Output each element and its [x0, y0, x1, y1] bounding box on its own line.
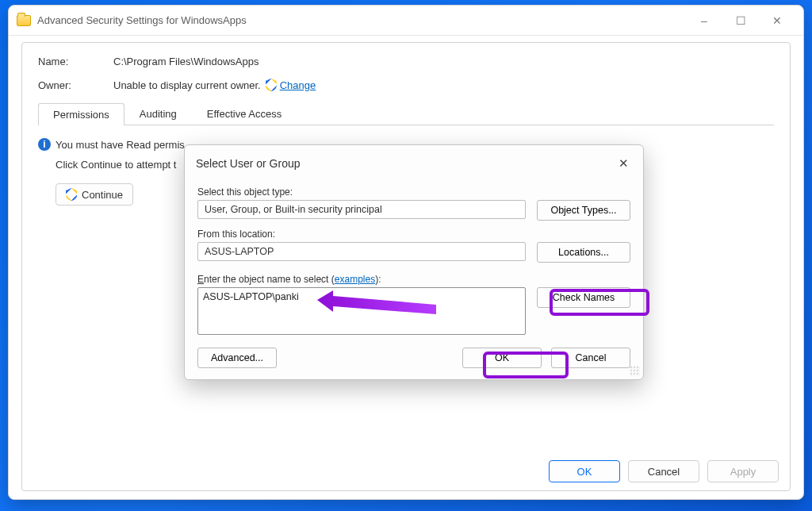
enter-object-label: Enter the object name to select (example…	[197, 274, 630, 285]
dialog-button-bar: Advanced... OK Cancel	[197, 348, 630, 368]
shield-icon	[266, 79, 277, 91]
continue-button-label: Continue	[82, 189, 123, 201]
resize-grip-icon[interactable]	[629, 365, 640, 376]
name-row: Name: C:\Program Files\WindowsApps	[38, 56, 774, 67]
tabs: Permissions Auditing Effective Access	[38, 102, 774, 125]
owner-value: Unable to display current owner.	[113, 79, 261, 91]
object-name-input[interactable]	[197, 287, 526, 335]
examples-link[interactable]: examples	[335, 274, 375, 285]
minimize-button[interactable]: –	[686, 9, 722, 33]
info-icon: i	[38, 138, 51, 151]
location-field[interactable]: ASUS-LAPTOP	[197, 242, 526, 261]
window-cancel-button[interactable]: Cancel	[628, 460, 699, 482]
tab-auditing[interactable]: Auditing	[124, 102, 192, 125]
window-button-bar: OK Cancel Apply	[549, 460, 779, 482]
change-owner-link[interactable]: Change	[280, 79, 316, 91]
locations-button[interactable]: Locations...	[537, 242, 630, 263]
object-type-field[interactable]: User, Group, or Built-in security princi…	[197, 200, 526, 219]
dialog-close-button[interactable]: ✕	[613, 153, 634, 174]
shield-icon	[66, 188, 77, 201]
maximize-button[interactable]: ☐	[722, 9, 759, 33]
dialog-titlebar: Select User or Group ✕	[185, 145, 643, 180]
check-names-button[interactable]: Check Names	[537, 287, 630, 308]
info-text: You must have Read permis	[56, 139, 185, 151]
advanced-button[interactable]: Advanced...	[197, 348, 277, 368]
owner-label: Owner:	[38, 79, 113, 91]
titlebar: Advanced Security Settings for WindowsAp…	[9, 6, 803, 36]
window-ok-button[interactable]: OK	[549, 460, 620, 482]
continue-button[interactable]: Continue	[56, 183, 133, 206]
tab-permissions[interactable]: Permissions	[38, 103, 124, 125]
tab-effective-access[interactable]: Effective Access	[192, 102, 297, 125]
dialog-body: Select this object type: User, Group, or…	[185, 180, 643, 379]
name-value: C:\Program Files\WindowsApps	[113, 56, 259, 67]
close-button[interactable]: ✕	[759, 9, 795, 33]
window-title: Advanced Security Settings for WindowsAp…	[37, 14, 247, 26]
dialog-cancel-button[interactable]: Cancel	[551, 348, 630, 368]
object-type-label: Select this object type:	[197, 186, 630, 198]
dialog-title: Select User or Group	[196, 157, 301, 170]
owner-row: Owner: Unable to display current owner. …	[38, 79, 774, 91]
select-user-dialog: Select User or Group ✕ Select this objec…	[184, 144, 644, 380]
folder-icon	[17, 15, 31, 26]
window-apply-button[interactable]: Apply	[707, 460, 779, 482]
name-label: Name:	[38, 56, 113, 67]
location-label: From this location:	[197, 229, 630, 240]
window-controls: – ☐ ✕	[686, 9, 795, 33]
object-types-button[interactable]: Object Types...	[537, 200, 630, 221]
dialog-ok-button[interactable]: OK	[462, 348, 542, 368]
